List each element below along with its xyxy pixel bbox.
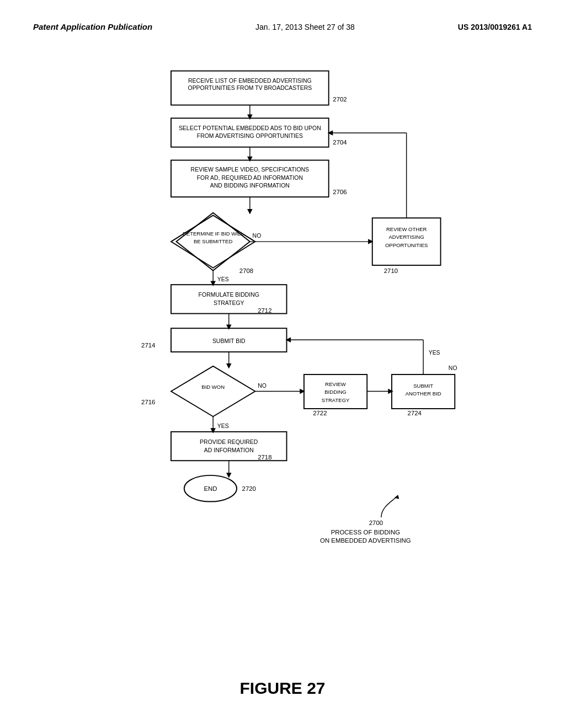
svg-text:BID WON: BID WON — [201, 384, 225, 390]
svg-text:OPPORTUNITIES FROM TV BROADCAS: OPPORTUNITIES FROM TV BROADCASTERS — [188, 85, 312, 91]
svg-text:ON EMBEDDED ADVERTISING: ON EMBEDDED ADVERTISING — [320, 537, 411, 544]
svg-text:REVIEW OTHER: REVIEW OTHER — [386, 226, 427, 232]
svg-text:FORMULATE BIDDING: FORMULATE BIDDING — [199, 292, 259, 298]
svg-text:BE SUBMITTED: BE SUBMITTED — [194, 238, 232, 244]
svg-text:2710: 2710 — [384, 267, 398, 274]
svg-text:NO: NO — [449, 365, 457, 371]
header-right: US 2013/0019261 A1 — [458, 23, 532, 31]
svg-text:SELECT POTENTIAL EMBEDDED ADS : SELECT POTENTIAL EMBEDDED ADS TO BID UPO… — [179, 125, 321, 131]
svg-text:FOR AD, REQUIRED AD INFORMATIO: FOR AD, REQUIRED AD INFORMATION — [197, 175, 303, 181]
svg-text:OPPORTUNITIES: OPPORTUNITIES — [385, 242, 428, 248]
flowchart-diagram: RECEIVE LIST OF EMBEDDED ADVERTISING OPP… — [44, 55, 519, 607]
svg-text:FROM ADVERTISING OPPORTUNITIES: FROM ADVERTISING OPPORTUNITIES — [197, 133, 303, 139]
svg-text:SUBMIT BID: SUBMIT BID — [212, 338, 246, 344]
page: Patent Application Publication Jan. 17, … — [0, 0, 565, 728]
svg-text:2700: 2700 — [369, 520, 383, 526]
svg-text:2722: 2722 — [313, 410, 327, 416]
svg-text:YES: YES — [217, 276, 229, 282]
header-left: Patent Application Publication — [33, 22, 152, 31]
svg-marker-43 — [226, 325, 232, 330]
svg-marker-5 — [247, 115, 253, 120]
svg-text:ADVERTISING: ADVERTISING — [388, 234, 424, 240]
svg-marker-53 — [210, 428, 216, 433]
figure-label: FIGURE 27 — [239, 679, 325, 698]
svg-text:NO: NO — [258, 383, 266, 389]
svg-text:2724: 2724 — [408, 410, 422, 416]
svg-marker-48 — [226, 363, 232, 369]
svg-text:PROCESS OF BIDDING: PROCESS OF BIDDING — [331, 529, 401, 536]
header-center: Jan. 17, 2013 Sheet 27 of 38 — [255, 23, 355, 31]
svg-text:2702: 2702 — [333, 96, 347, 103]
header: Patent Application Publication Jan. 17, … — [33, 22, 532, 31]
svg-text:STRATEGY: STRATEGY — [214, 300, 244, 306]
svg-text:YES: YES — [217, 423, 229, 429]
svg-marker-25 — [210, 281, 216, 287]
svg-marker-64 — [388, 389, 393, 394]
svg-marker-18 — [247, 209, 253, 215]
svg-text:SUBMIT: SUBMIT — [413, 383, 433, 389]
svg-marker-49 — [171, 366, 255, 416]
svg-text:RECEIVE LIST OF EMBEDDED ADVER: RECEIVE LIST OF EMBEDDED ADVERTISING — [188, 78, 312, 84]
svg-text:2704: 2704 — [333, 139, 347, 146]
svg-text:PROVIDE REQUIRED: PROVIDE REQUIRED — [200, 439, 258, 445]
svg-text:NO: NO — [253, 233, 262, 239]
svg-text:2720: 2720 — [242, 485, 256, 492]
svg-rect-6 — [171, 118, 329, 147]
svg-text:AD INFORMATION: AD INFORMATION — [204, 447, 254, 453]
svg-text:2714: 2714 — [141, 342, 156, 349]
svg-text:2712: 2712 — [258, 307, 271, 314]
svg-text:AND BIDDING INFORMATION: AND BIDDING INFORMATION — [210, 183, 290, 189]
svg-text:YES: YES — [429, 350, 440, 356]
svg-text:STRATEGY: STRATEGY — [322, 397, 350, 403]
svg-text:2708: 2708 — [239, 267, 253, 274]
svg-text:DETERMINE IF BID WILL: DETERMINE IF BID WILL — [183, 231, 244, 237]
svg-marker-11 — [247, 157, 253, 162]
svg-text:END: END — [204, 485, 217, 492]
svg-text:REVIEW: REVIEW — [325, 381, 346, 387]
svg-text:REVIEW SAMPLE VIDEO, SPECIFICA: REVIEW SAMPLE VIDEO, SPECIFICATIONS — [191, 167, 309, 173]
svg-text:2718: 2718 — [258, 454, 271, 461]
svg-marker-79 — [226, 473, 232, 478]
svg-text:ANOTHER BID: ANOTHER BID — [406, 390, 441, 397]
svg-text:2716: 2716 — [141, 399, 155, 405]
svg-text:2706: 2706 — [333, 189, 347, 195]
svg-text:BIDDING: BIDDING — [324, 389, 347, 395]
